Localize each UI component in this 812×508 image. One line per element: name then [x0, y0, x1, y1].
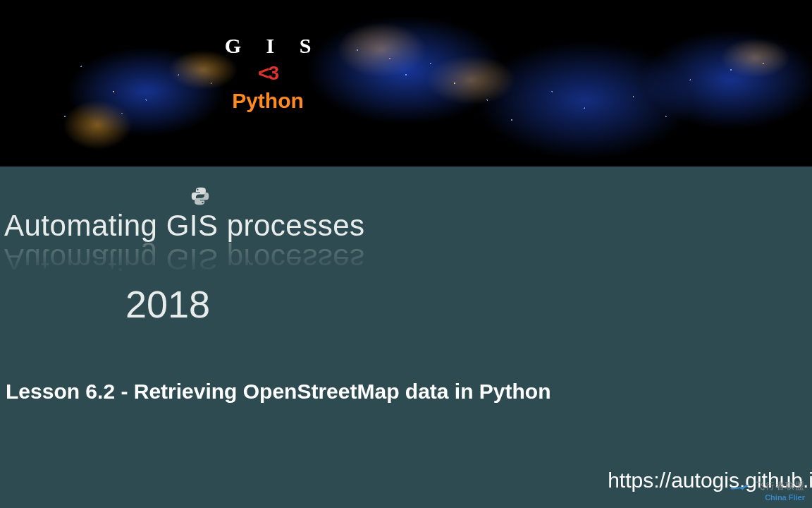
course-title-reflection: Automating GIS processes — [4, 242, 365, 276]
watermark-en: China Flier — [765, 493, 805, 502]
watermark-cn: 飞行者联盟 — [756, 480, 805, 491]
logo-text-gis: G I S — [211, 34, 324, 58]
watermark: 飞行者联盟 China Flier — [729, 480, 805, 502]
lesson-title: Lesson 6.2 - Retrieving OpenStreetMap da… — [6, 380, 550, 404]
python-icon — [190, 186, 210, 206]
world-night-lights-banner: G I S <3 Python — [0, 0, 812, 167]
course-year: 2018 — [125, 282, 210, 326]
heart-icon: <3 — [211, 62, 324, 85]
slide: G I S <3 Python Automating GIS processes… — [0, 0, 812, 508]
course-title: Automating GIS processes — [4, 209, 365, 243]
gis-python-logo: G I S <3 Python — [211, 34, 324, 113]
logo-text-python: Python — [211, 89, 324, 113]
plane-icon — [729, 482, 750, 490]
